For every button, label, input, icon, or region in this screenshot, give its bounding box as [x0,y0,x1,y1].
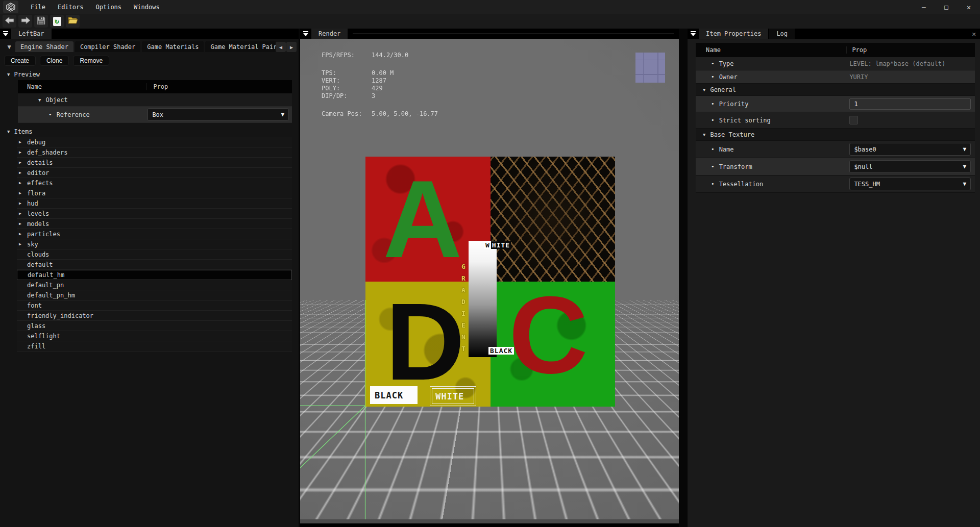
app-logo-icon[interactable] [3,1,18,13]
item-friendly-indicator[interactable]: friendly_indicator [17,311,292,321]
tab-list-dropdown-icon[interactable]: ▼ [3,42,15,52]
prop-row-transform[interactable]: •Transform$null▼ [696,158,975,175]
collapse-panel-icon[interactable] [0,29,11,39]
item-editor[interactable]: ▶editor [17,168,292,178]
header-divider [353,34,674,34]
item-properties-panel: Item PropertiesLog ✕ Name Prop •TypeLEVE… [688,29,980,527]
prop-label: Priority [719,101,749,108]
close-window-button[interactable]: ✕ [958,0,980,14]
render-panel: Render FPS/RFPS:144.2/30.0TPS:0.00 MVERT… [300,29,679,527]
expand-arrow-icon[interactable]: ▶ [19,232,23,236]
prop-row-type[interactable]: •TypeLEVEL: lmap*base (default) [696,57,975,70]
tab-compiler-shader[interactable]: Compiler Shader [75,41,140,52]
expand-arrow-icon[interactable]: ▶ [19,140,23,144]
expand-arrow-icon[interactable]: ▶ [19,211,23,216]
item-clouds[interactable]: clouds [17,249,292,260]
expand-arrow-icon[interactable]: ▶ [19,242,23,246]
open-folder-icon [68,16,78,26]
items-list: ▶debug▶def_shaders▶details▶editor▶effect… [17,137,292,352]
prop-row-owner[interactable]: •OwnerYURIY [696,70,975,84]
save-button[interactable] [34,15,48,28]
menu-windows[interactable]: Windows [129,2,165,12]
menu-options[interactable]: Options [90,2,127,12]
prop-row-base-texture[interactable]: ▼Base Texture [696,129,975,141]
name-dropdown[interactable]: $base0▼ [849,143,971,156]
collapse-panel-icon[interactable] [688,29,699,39]
clone-button[interactable]: Clone [40,56,69,66]
expand-arrow-icon[interactable]: ▶ [19,181,23,185]
priority-input[interactable] [849,98,971,110]
expand-arrow-icon[interactable]: ▶ [19,160,23,165]
strict-sorting-checkbox[interactable] [849,116,858,124]
item-zfill[interactable]: zfill [17,341,292,352]
bullet-icon: • [711,181,715,187]
preview-row-object[interactable]: ▼Object [18,93,292,107]
item-default-hm[interactable]: default_hm [17,270,292,280]
item-selflight[interactable]: selflight [17,331,292,341]
collapse-panel-icon[interactable] [300,29,311,39]
leftbar-title[interactable]: LeftBar [11,29,52,39]
item-default-pn[interactable]: default_pn [17,280,292,290]
expand-arrow-icon[interactable]: ▶ [19,201,23,206]
item-effects[interactable]: ▶effects [17,178,292,188]
item-details[interactable]: ▶details [17,158,292,168]
tab-engine-shader[interactable]: Engine Shader [15,41,74,52]
tab-game-materials[interactable]: Game Materials [142,41,204,52]
back-button[interactable] [3,15,16,28]
render-viewport[interactable]: FPS/RFPS:144.2/30.0TPS:0.00 MVERT:1287PO… [300,39,679,523]
open-folder-button[interactable] [66,15,80,28]
menu-file[interactable]: File [26,2,51,12]
expand-arrow-icon[interactable]: ▶ [19,150,23,155]
menubar: FileEditorsOptionsWindows –□✕ [0,0,980,14]
row-label: Object [45,96,67,104]
item-levels[interactable]: ▶levels [17,209,292,219]
refresh-button[interactable]: ↻ [50,15,64,28]
expand-arrow-icon[interactable]: ▶ [19,170,23,175]
bullet-icon: • [48,111,52,118]
create-button[interactable]: Create [4,56,36,66]
item-font[interactable]: font [17,300,292,311]
minimize-window-button[interactable]: – [913,0,935,14]
prop-row-general[interactable]: ▼General [696,84,975,96]
expand-arrow-icon[interactable]: ▶ [19,221,23,226]
item-sky[interactable]: ▶sky [17,239,292,249]
tab-scroll-right-icon[interactable]: ▶ [286,42,297,52]
reference-dropdown[interactable]: Box▼ [148,108,289,121]
tessellation-dropdown[interactable]: TESS_HM▼ [849,178,971,190]
transform-dropdown[interactable]: $null▼ [849,160,971,173]
preview-section-header[interactable]: ▼ Preview [7,71,299,78]
item-glass[interactable]: glass [17,321,292,331]
collapse-triangle-icon: ▼ [38,97,41,103]
item-default[interactable]: default [17,260,292,270]
item-debug[interactable]: ▶debug [17,137,292,147]
tab-scroll-left-icon[interactable]: ◀ [276,42,286,52]
menu-editors[interactable]: Editors [53,2,89,12]
prop-row-name[interactable]: •Name$base0▼ [696,141,975,158]
item-particles[interactable]: ▶particles [17,229,292,239]
prop-row-priority[interactable]: •Priority [696,96,975,112]
expand-arrow-icon[interactable]: ▶ [19,191,23,195]
window-controls: –□✕ [913,0,980,14]
properties-table: Name Prop •TypeLEVEL: lmap*base (default… [696,43,975,193]
tab-game-material-pairs[interactable]: Game Material Pairs [205,41,276,52]
stat-value: 3 [372,92,375,100]
preview-section-title: Preview [14,71,40,78]
item-flora[interactable]: ▶flora [17,188,292,198]
prop-row-strict-sorting[interactable]: •Strict sorting [696,112,975,129]
item-hud[interactable]: ▶hud [17,198,292,209]
prop-row-tessellation[interactable]: •TessellationTESS_HM▼ [696,175,975,193]
item-default-pn-hm[interactable]: default_pn_hm [17,290,292,300]
maximize-window-button[interactable]: □ [935,0,958,14]
tab-item-properties[interactable]: Item Properties [699,29,768,39]
forward-button[interactable] [18,15,32,28]
items-section-header[interactable]: ▼ Items [7,128,299,135]
item-def-shaders[interactable]: ▶def_shaders [17,147,292,158]
tab-log[interactable]: Log [769,29,795,39]
item-models[interactable]: ▶models [17,219,292,229]
stat-camera-pos: Camera Pos:5.00, 5.00, -16.77 [322,110,438,118]
collapse-triangle-icon: ▼ [7,72,10,77]
render-tab[interactable]: Render [311,29,348,39]
preview-row-reference[interactable]: •ReferenceBox▼ [18,107,292,123]
remove-button[interactable]: Remove [73,56,109,66]
close-panel-icon[interactable]: ✕ [968,29,980,39]
